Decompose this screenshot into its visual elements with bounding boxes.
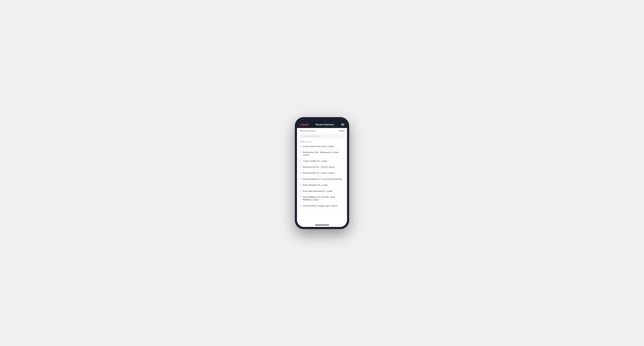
home-bar: [315, 225, 329, 225]
search-icon: [301, 135, 303, 137]
course-name: Richmond Park GC - Prince's, Surrey: [303, 166, 334, 168]
location-icon: [300, 151, 301, 153]
course-name: Central London Golf Centre, London: [303, 145, 334, 148]
course-name: London Scottish GC, London: [303, 160, 328, 163]
list-item[interactable]: Royal Wimbledon GC, Great London Authori…: [297, 176, 347, 182]
location-icon: [300, 172, 301, 174]
list-item[interactable]: North Middlesex GC (1011942 - North Midd…: [297, 194, 347, 203]
list-item[interactable]: London Scottish GC, London: [297, 158, 347, 164]
list-item[interactable]: Richmond Park GC - Prince's, Surrey: [297, 164, 347, 170]
cancel-button[interactable]: Cancel: [339, 130, 344, 132]
location-icon: [300, 178, 301, 180]
course-list: Central London Golf Centre, London Roeha…: [297, 144, 347, 223]
course-name: North Middlesex GC (1011942 - North Midd…: [303, 196, 344, 201]
course-name: Roehampton Club - Roehampton, Greater Lo…: [303, 151, 344, 157]
svg-line-1: [302, 137, 303, 137]
svg-point-11: [300, 205, 301, 206]
svg-point-3: [300, 152, 301, 152]
svg-point-4: [300, 161, 301, 161]
location-icon: [300, 160, 301, 162]
location-icon: [300, 205, 301, 207]
location-icon: [300, 190, 301, 192]
list-item[interactable]: Brent Valley Municipal GC, London: [297, 188, 347, 194]
phone-frame: clippd Recent Searches Find a Golf Cours…: [295, 117, 349, 229]
phone-notch: [314, 121, 330, 122]
location-icon: [300, 145, 301, 147]
list-item[interactable]: Dukes Meadows GC, London: [297, 182, 347, 188]
list-item[interactable]: Coombe Hill GC, Kingston upon Thames: [297, 203, 347, 209]
list-item[interactable]: Central London Golf Centre, London: [297, 144, 347, 150]
course-name: Brent Valley Municipal GC, London: [303, 190, 332, 192]
list-item[interactable]: Richmond Park GC - Duke's, London: [297, 170, 347, 176]
search-input-container: [297, 133, 347, 140]
course-name: Royal Wimbledon GC, Great London Authori…: [303, 178, 342, 180]
nearby-courses-label: Nearby courses: [297, 140, 347, 144]
header-title: Recent Searches: [316, 123, 334, 126]
location-icon: [300, 196, 301, 198]
course-name: Coombe Hill GC, Kingston upon Thames: [303, 204, 338, 207]
svg-point-8: [300, 184, 301, 185]
course-name: Dukes Meadows GC, London: [303, 184, 328, 186]
search-header: Find a Golf Course Cancel: [297, 128, 347, 133]
course-name: Richmond Park GC - Duke's, London: [303, 172, 334, 174]
location-icon: [300, 166, 301, 168]
phone-screen: clippd Recent Searches Find a Golf Cours…: [297, 119, 347, 227]
svg-point-6: [300, 173, 301, 173]
svg-point-10: [300, 196, 301, 197]
app-header: clippd Recent Searches: [297, 122, 347, 128]
find-label: Find a Golf Course: [300, 130, 316, 132]
svg-point-2: [300, 146, 301, 146]
search-input-wrapper: [300, 134, 344, 138]
search-input[interactable]: [304, 135, 343, 137]
home-indicator: [297, 223, 347, 227]
location-icon: [300, 184, 301, 186]
svg-point-5: [300, 167, 301, 167]
app-logo: clippd: [300, 123, 308, 126]
menu-icon[interactable]: [341, 124, 344, 126]
svg-point-7: [300, 178, 301, 179]
list-item[interactable]: Roehampton Club - Roehampton, Greater Lo…: [297, 150, 347, 158]
svg-point-9: [300, 190, 301, 191]
